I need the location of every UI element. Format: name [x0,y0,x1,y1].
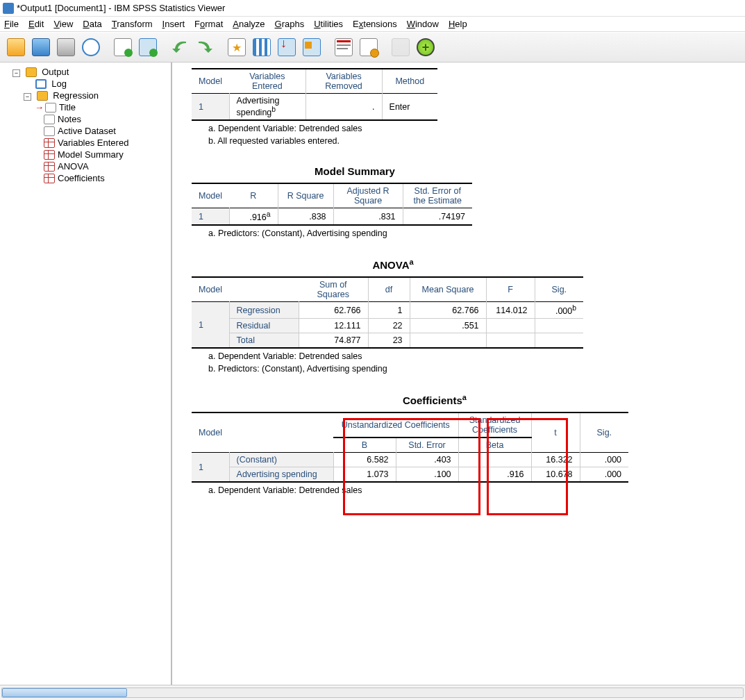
col-ms: Mean Square [410,277,486,302]
print-button[interactable] [54,35,78,59]
menu-graphs[interactable]: Graphs [275,19,305,29]
tree-active-dataset[interactable]: Active Dataset [58,126,116,136]
outline-tree[interactable]: − Output Log − Regression →Title [0,62,172,685]
cell-df: 23 [368,333,410,349]
dialog-recall-button[interactable] [136,35,160,59]
menu-transform[interactable]: Transform [112,19,153,29]
col-sig: Sig. [535,277,583,302]
menubar: File Edit View Data Transform Insert For… [0,17,745,32]
menu-data[interactable]: Data [83,19,101,29]
undo-button[interactable] [168,35,192,59]
toolbar: ★ ↓ + [0,32,745,62]
cell-f [486,333,535,349]
col-term [229,412,333,453]
footnote: a. Dependent Variable: Detrended sales [192,485,734,495]
col-group-unstd: Unstandardized Coefficients [333,412,458,438]
tree-model-summary[interactable]: Model Summary [58,149,124,160]
model-summary-title: Model Summary [192,165,518,177]
col-method: Method [382,69,437,94]
menu-utilities[interactable]: Utilities [314,19,343,29]
cell-model: 1 [192,453,229,483]
collapse-icon[interactable]: − [12,69,20,77]
insert-text-button[interactable] [332,35,355,59]
selection-arrow-icon: → [35,102,44,112]
insert-title-button[interactable] [357,35,380,59]
cell-beta [458,453,531,467]
table-icon [44,138,55,148]
cell-cat: Residual [229,319,299,333]
cell-b: 6.582 [333,453,396,467]
collapse-icon[interactable]: − [24,93,31,101]
page-icon [44,115,55,124]
col-f: F [486,277,535,302]
cell-df: 1 [368,302,410,319]
app-icon [3,3,14,14]
cell-sig [535,319,583,333]
menu-view[interactable]: View [53,19,73,29]
footnote: b. All requested variables entered. [192,136,734,146]
cell-sig: .000 [580,453,628,467]
tree-regression[interactable]: Regression [53,90,99,101]
cell-entered: Advertising spendingb [229,94,305,121]
cell-r: .916a [229,208,278,226]
footnote: a. Predictors: (Constant), Advertising s… [192,228,734,238]
cell-cat: Total [229,333,299,349]
col-group-std: Standardized Coefficients [458,412,531,438]
col-ss: Sum of Squares [299,277,368,302]
col-model: Model [192,412,229,453]
menu-edit[interactable]: Edit [28,19,44,29]
menu-extensions[interactable]: Extensions [353,19,397,29]
tree-anova[interactable]: ANOVA [58,161,89,172]
col-sig: Sig. [580,412,628,453]
cell-see: .74197 [403,208,472,226]
cell-model: 1 [192,208,229,226]
coefficients-title: Coefficientsa [192,393,678,406]
col-see: Std. Error of the Estimate [403,183,472,208]
col-b: B [333,438,396,453]
output-viewer[interactable]: Model Variables Entered Variables Remove… [172,62,745,685]
col-r: R [229,183,278,208]
tree-output[interactable]: Output [42,67,69,77]
col-model: Model [192,69,229,94]
cell-f [486,319,535,333]
col-df: df [368,277,410,302]
cell-ss: 62.766 [299,302,368,319]
anova-table[interactable]: Model Sum of Squares df Mean Square F Si… [192,276,583,349]
model-summary-table[interactable]: Model R R Square Adjusted R Square Std. … [192,183,472,226]
goto-variable-button[interactable] [250,35,274,59]
add-button[interactable]: + [414,35,437,59]
output-icon [26,67,37,77]
horizontal-scrollbar[interactable] [1,688,744,698]
tree-log[interactable]: Log [51,78,67,89]
menu-help[interactable]: Help [449,19,467,29]
col-model: Model [192,183,229,208]
select-cases-button[interactable] [300,35,324,59]
export-button[interactable] [111,35,135,59]
menu-window[interactable]: Window [407,19,439,29]
redo-button[interactable] [193,35,217,59]
menu-format[interactable]: Format [194,19,223,29]
tree-variables-entered[interactable]: Variables Entered [58,138,128,148]
open-button[interactable] [4,35,28,59]
variables-button[interactable]: ↓ [275,35,299,59]
scrollbar-thumb[interactable] [2,688,127,697]
cell-term: Advertising spending [229,467,333,483]
menu-file[interactable]: File [4,19,19,29]
print-preview-button[interactable] [79,35,103,59]
tree-coefficients[interactable]: Coefficients [58,173,105,183]
cell-ms: .551 [410,319,486,333]
menu-insert[interactable]: Insert [162,19,185,29]
col-var-entered: Variables Entered [229,69,305,94]
coefficients-table[interactable]: Model Unstandardized Coefficients Standa… [192,412,628,483]
footnote: a. Dependent Variable: Detrended sales [192,124,734,133]
variables-entered-table[interactable]: Model Variables Entered Variables Remove… [192,68,437,121]
save-button[interactable] [29,35,53,59]
tree-title[interactable]: Title [59,102,76,112]
designer-button [389,35,412,59]
goto-case-button[interactable]: ★ [225,35,249,59]
tree-notes[interactable]: Notes [58,114,81,124]
window-titlebar: *Output1 [Document1] - IBM SPSS Statisti… [0,0,745,17]
table-icon [44,174,55,183]
menu-analyze[interactable]: Analyze [233,19,265,29]
page-icon [45,103,56,112]
